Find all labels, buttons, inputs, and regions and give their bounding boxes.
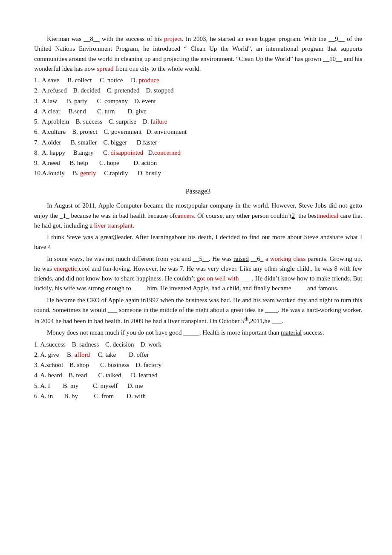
passage2-para3: In some ways, he was not much different … — [34, 254, 362, 294]
passage1-questions: 1. A.save B. collect C. notice D. produc… — [34, 75, 362, 179]
q9: 9. A.need B. help C. hope D. action — [34, 158, 362, 168]
page-content: Kierman was __8__ with the success of hi… — [34, 34, 362, 401]
q10-b: gently — [80, 170, 96, 176]
highlight-energetic: energetic — [54, 265, 77, 272]
highlight-project: project. — [164, 35, 183, 42]
p2q3: 3. A.school B. shop C. business D. facto… — [34, 360, 362, 370]
p2q2: 2. A. give B. afford C. take D. offer — [34, 350, 362, 360]
q8: 8. A. happy B.angry C. disappointed D.co… — [34, 148, 362, 158]
q5: 5. A.problem B. success C. surprise D. f… — [34, 117, 362, 127]
underline-material: material — [281, 329, 302, 336]
passage1-paragraph: Kierman was __8__ with the success of hi… — [34, 34, 362, 74]
p2q6: 6. A. in B. by C. from D. with — [34, 391, 362, 401]
underline-2: 2 — [291, 212, 295, 219]
q2: 2. A.refused B. decided C. pretended D. … — [34, 86, 362, 95]
underline-invented: invented — [169, 285, 191, 292]
passage2-para5: Money does not mean much if you do not h… — [34, 328, 362, 338]
passage2-para1: In August of 2011, Apple Computer became… — [34, 201, 362, 231]
highlight-goton: got on well with — [197, 275, 239, 282]
p2q5: 5. A. I B. my C. myself D. me — [34, 381, 362, 391]
q4: 4. A.clear B.send C. turn D. give — [34, 107, 362, 116]
q8-d: concerned — [154, 149, 181, 156]
underline-3: 3 — [113, 234, 116, 240]
highlight-medical: medical — [318, 212, 338, 219]
underline-luckily: luckily — [34, 285, 52, 292]
p2q2-b: afford — [75, 351, 90, 358]
highlight-working: a working class — [265, 255, 306, 262]
q3: 3. A.law B. party C. company D. event — [34, 96, 362, 106]
passage2-questions: 1. A.success B. sadness C. decision D. w… — [34, 340, 362, 402]
q6: 6. A.culture B. project C. government D.… — [34, 127, 362, 137]
p2q1: 1. A.success B. sadness C. decision D. w… — [34, 340, 362, 350]
passage2-title: Passage3 — [34, 186, 362, 197]
highlight-spread: spread — [97, 65, 113, 72]
p2q4: 4. A. heard B. read C. talked D. learned — [34, 370, 362, 380]
underline-raised: raised — [233, 255, 249, 262]
highlight-cancers: cancers — [175, 212, 194, 219]
q5-d: failure — [150, 118, 167, 125]
q1-d: produce — [138, 77, 159, 84]
passage2-para4: He became the CEO of Apple again in1997 … — [34, 295, 362, 327]
q8-c: disappointed — [111, 149, 144, 156]
q10: 10.A.loudly B. gently C.rapidly D. busil… — [34, 168, 362, 178]
passage2-para2: I think Steve was a great3leader. After … — [34, 232, 362, 252]
passage2-block: In August of 2011, Apple Computer became… — [34, 201, 362, 401]
q1: 1. A.save B. collect C. notice D. produc… — [34, 75, 362, 85]
passage1-block: Kierman was __8__ with the success of hi… — [34, 34, 362, 179]
highlight-liver: liver transplant — [94, 222, 133, 229]
q7: 7. A.older B. smaller C. bigger D.faster — [34, 138, 362, 147]
